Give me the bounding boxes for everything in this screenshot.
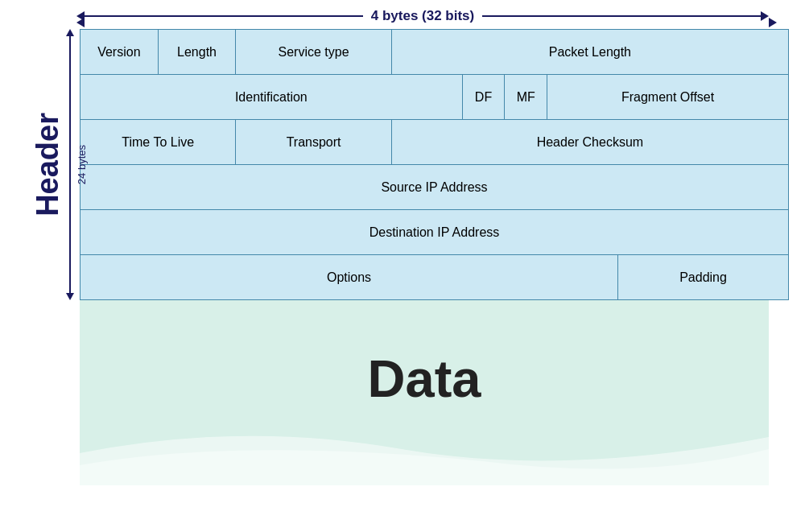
cell-ttl: Time To Live <box>80 120 236 164</box>
bytes-label: 24 bytes <box>76 145 88 184</box>
data-section: Data <box>80 300 769 485</box>
cell-df: DF <box>463 75 506 119</box>
grid-row-1: Version Length Service type Packet Lengt… <box>80 30 788 75</box>
cell-packet-length: Packet Length <box>392 30 788 74</box>
cell-service-type: Service type <box>236 30 391 74</box>
data-label: Data <box>368 348 481 409</box>
cell-version: Version <box>80 30 159 74</box>
cell-header-checksum: Header Checksum <box>392 120 788 164</box>
cell-length: Length <box>159 30 237 74</box>
cell-source-ip: Source IP Address <box>80 165 788 209</box>
cell-transport: Transport <box>236 120 391 164</box>
header-grid: Version Length Service type Packet Lengt… <box>80 29 789 300</box>
cell-padding: Padding <box>618 255 788 299</box>
grid-row-3: Time To Live Transport Header Checksum <box>80 120 788 165</box>
grid-row-5: Destination IP Address <box>80 210 788 255</box>
cell-fragment-offset: Fragment Offset <box>547 75 788 119</box>
grid-row-4: Source IP Address <box>80 165 788 210</box>
top-label: 4 bytes (32 bits) <box>363 8 483 24</box>
cell-options: Options <box>80 255 618 299</box>
cell-identification: Identification <box>80 75 463 119</box>
header-label: Header <box>32 113 63 217</box>
cell-dest-ip: Destination IP Address <box>80 210 788 254</box>
cell-mf: MF <box>505 75 547 119</box>
grid-row-2: Identification DF MF Fragment Offset <box>80 75 788 120</box>
grid-row-6: Options Padding <box>80 255 788 299</box>
